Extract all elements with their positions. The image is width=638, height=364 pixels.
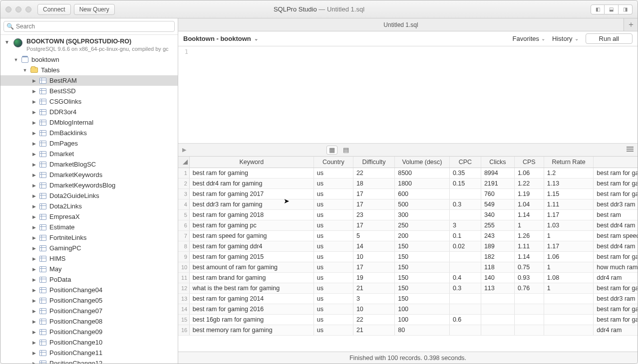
search-input[interactable] (3, 21, 175, 32)
cell[interactable]: us (314, 168, 353, 179)
cell[interactable]: 340 (481, 210, 514, 220)
cell[interactable]: us (314, 179, 353, 189)
tree-table[interactable]: ▶DMblogInternal (0, 117, 178, 128)
cell[interactable]: us (314, 189, 353, 199)
row-number[interactable]: 10 (178, 262, 189, 273)
cell[interactable]: us (314, 273, 353, 283)
cell[interactable]: 1.17 (544, 241, 594, 252)
cell[interactable] (449, 304, 481, 315)
cell[interactable]: 500 (395, 199, 450, 210)
column-header[interactable]: Clicks (481, 157, 514, 168)
cell[interactable]: 1.13 (544, 179, 594, 189)
row-number[interactable]: 3 (178, 189, 189, 199)
tree-table[interactable]: ▶GamingPC (0, 243, 178, 253)
cell[interactable]: best ddr3 ram for gaming (189, 199, 314, 210)
cell[interactable] (481, 315, 514, 325)
new-query-button[interactable]: New Query (74, 4, 115, 15)
cell[interactable]: best ram for gaming pc (189, 220, 314, 231)
row-number[interactable]: 4 (178, 199, 189, 210)
cell[interactable]: 22 (353, 168, 394, 179)
cell[interactable]: us (314, 199, 353, 210)
cell[interactable]: 19 (353, 273, 394, 283)
panel-toggle-right[interactable]: ◨ (619, 4, 633, 14)
cell[interactable]: 150 (395, 241, 450, 252)
cell[interactable]: 189 (481, 241, 514, 252)
cell[interactable]: 80 (395, 325, 450, 336)
cell[interactable]: 8994 (481, 168, 514, 179)
cell[interactable]: 0.1 (449, 231, 481, 241)
cell[interactable]: best ram for ga (594, 315, 638, 325)
cell[interactable] (544, 325, 594, 336)
cell[interactable]: best ram for gaming 2017 (189, 189, 314, 199)
cell[interactable]: 0.76 (514, 283, 544, 294)
cell[interactable]: best ram for ga (594, 189, 638, 199)
row-number[interactable]: 12 (178, 283, 189, 294)
cell[interactable]: 0.3 (449, 283, 481, 294)
cell[interactable]: 1 (544, 262, 594, 273)
run-all-button[interactable]: Run all (586, 33, 633, 44)
cell[interactable]: 17 (353, 189, 394, 199)
cell[interactable]: best ram (594, 210, 638, 220)
cell[interactable]: 1.03 (544, 220, 594, 231)
table-row[interactable]: 8best ram for gaming ddr4us141500.021891… (178, 241, 638, 252)
cell[interactable]: 182 (481, 252, 514, 262)
cell[interactable]: best ram for ga (594, 252, 638, 262)
connection-header[interactable]: ▼ BOOKTOWN (SQLPROSTUDIO-RO) PostgreSQL … (0, 35, 178, 54)
row-number[interactable]: 13 (178, 294, 189, 304)
cell[interactable]: ddr4 ram (594, 273, 638, 283)
cell[interactable]: 549 (481, 199, 514, 210)
row-number[interactable]: 6 (178, 220, 189, 231)
cell[interactable]: 150 (395, 294, 450, 304)
cell[interactable]: 0.3 (449, 199, 481, 210)
cell[interactable]: 200 (395, 231, 450, 241)
minimize-window[interactable] (15, 6, 21, 12)
column-header[interactable]: CPS (514, 157, 544, 168)
cell[interactable]: us (314, 231, 353, 241)
cell[interactable]: best ram for gaming 2015 (189, 252, 314, 262)
column-header[interactable]: Difficulty (353, 157, 394, 168)
table-row[interactable]: 10best amount of ram for gamingus1715011… (178, 262, 638, 273)
cell[interactable]: best ddr4 ram (594, 220, 638, 231)
cell[interactable]: 17 (353, 220, 394, 231)
tree-table[interactable]: ▶FortniteLinks (0, 232, 178, 243)
table-row[interactable]: 11best ram brand for gamingus191500.4140… (178, 273, 638, 283)
cell[interactable]: 150 (395, 283, 450, 294)
cell[interactable]: 5 (353, 231, 394, 241)
cell[interactable]: 150 (395, 273, 450, 283)
table-row[interactable]: 15best 16gb ram for gamingus221000.6best… (178, 315, 638, 325)
tree-table[interactable]: ▶EmpresaX (0, 211, 178, 222)
cell[interactable]: 1 (544, 231, 594, 241)
cell[interactable] (449, 189, 481, 199)
cell[interactable]: best ram speed (594, 231, 638, 241)
cell[interactable]: best memory ram for gaming (189, 325, 314, 336)
cell[interactable]: 1.11 (514, 241, 544, 252)
cell[interactable]: 600 (395, 189, 450, 199)
row-number[interactable]: 16 (178, 325, 189, 336)
row-corner[interactable] (178, 157, 189, 168)
cell[interactable]: best ram for gaming 2018 (189, 210, 314, 220)
tree-table[interactable]: ▶Dmarket (0, 149, 178, 159)
cell[interactable]: 255 (481, 220, 514, 231)
cell[interactable]: 0.35 (449, 168, 481, 179)
cell[interactable]: best ram for ga (594, 283, 638, 294)
tab-query[interactable]: Untitled 1.sql (178, 18, 624, 31)
tree-table[interactable]: ▶Estimate (0, 222, 178, 232)
tree-table[interactable]: ▶DmPages (0, 138, 178, 149)
column-header[interactable]: Volume (desc) (395, 157, 450, 168)
cell[interactable]: 0.93 (514, 273, 544, 283)
column-header[interactable]: Country (314, 157, 353, 168)
cell[interactable]: 0.4 (449, 273, 481, 283)
cell[interactable]: best ram for gaming (189, 168, 314, 179)
tree-table[interactable]: ▶CSGOlinks (0, 96, 178, 107)
tree-table[interactable]: ▶PositionChange04 (0, 285, 178, 295)
cell[interactable]: us (314, 315, 353, 325)
tree-database[interactable]: ▼ booktown (0, 54, 178, 65)
tree-table[interactable]: ▶May (0, 264, 178, 274)
tree-table[interactable]: ▶PositionChange12 (0, 358, 178, 364)
cell[interactable]: best ram for ga (594, 179, 638, 189)
cell[interactable] (449, 252, 481, 262)
cell[interactable]: 1.17 (544, 210, 594, 220)
row-number[interactable]: 7 (178, 231, 189, 241)
table-row[interactable]: 14best ram for gaming 2016us10100best ra… (178, 304, 638, 315)
cell[interactable]: 250 (395, 220, 450, 231)
